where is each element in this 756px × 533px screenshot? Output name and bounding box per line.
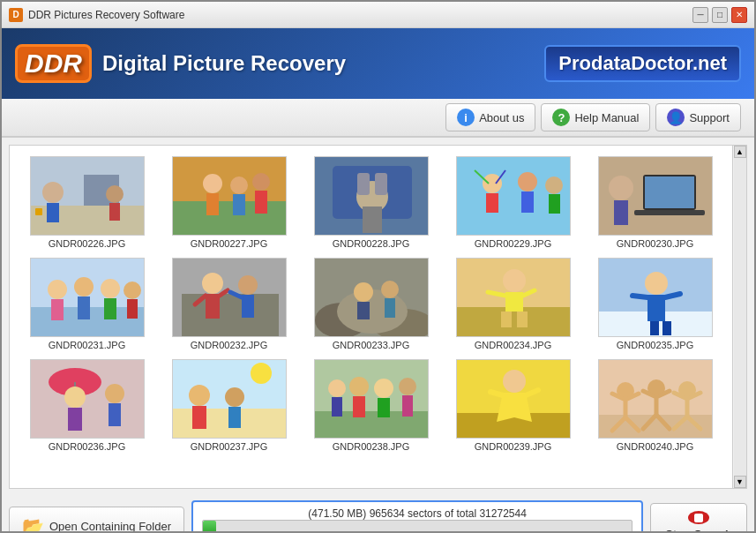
svg-rect-56 xyxy=(357,302,370,319)
svg-rect-46 xyxy=(182,294,279,336)
svg-point-83 xyxy=(225,387,244,407)
svg-rect-90 xyxy=(353,396,365,417)
maximize-button[interactable]: □ xyxy=(712,7,728,23)
photo-label: GNDR00233.JPG xyxy=(333,340,409,350)
support-button[interactable]: 👤 Support xyxy=(655,103,741,131)
svg-rect-40 xyxy=(78,297,90,319)
photo-item[interactable]: GNDR00232.JPG xyxy=(162,258,296,350)
photo-item[interactable]: GNDR00237.JPG xyxy=(162,359,296,452)
photo-item[interactable]: GNDR00238.JPG xyxy=(304,359,438,452)
photo-item[interactable]: GNDR00231.JPG xyxy=(20,258,153,350)
photo-thumbnail xyxy=(172,258,287,337)
minimize-button[interactable]: ─ xyxy=(692,7,708,23)
photo-thumbnail xyxy=(598,359,713,439)
photo-thumbnail xyxy=(456,359,571,439)
svg-rect-5 xyxy=(35,208,42,215)
photo-label: GNDR00234.JPG xyxy=(475,340,551,350)
svg-point-27 xyxy=(545,176,563,194)
photo-thumbnail xyxy=(30,359,145,439)
photo-label: GNDR00239.JPG xyxy=(475,441,551,452)
photo-thumbnail xyxy=(456,156,571,236)
svg-point-12 xyxy=(230,176,248,194)
svg-rect-64 xyxy=(517,312,528,327)
svg-rect-63 xyxy=(501,312,512,327)
photo-thumbnail xyxy=(314,258,429,337)
scroll-up-arrow[interactable]: ▲ xyxy=(734,146,746,158)
title-bar: D DDR Pictures Recovery Software ─ □ ✕ xyxy=(2,2,754,28)
nav-bar: i About us ? Help Manual 👤 Support xyxy=(2,99,754,138)
svg-point-80 xyxy=(251,363,272,384)
logo-box: DDR xyxy=(15,44,92,83)
svg-point-43 xyxy=(124,282,141,299)
svg-rect-88 xyxy=(332,397,342,417)
folder-icon: 📂 xyxy=(22,515,44,533)
svg-rect-77 xyxy=(109,403,121,426)
svg-point-93 xyxy=(399,378,416,395)
svg-point-74 xyxy=(64,387,86,408)
photo-item[interactable]: GNDR00227.JPG xyxy=(162,156,296,249)
photo-thumbnail xyxy=(314,156,429,236)
open-folder-button[interactable]: 📂 Open Containing Folder xyxy=(9,507,184,533)
svg-rect-62 xyxy=(505,292,523,312)
svg-rect-28 xyxy=(549,194,560,214)
svg-point-61 xyxy=(503,269,526,292)
stop-icon xyxy=(688,511,709,524)
photo-item[interactable]: GNDR00228.JPG xyxy=(304,156,438,249)
status-panel: 📂 Open Containing Folder (471.50 MB) 965… xyxy=(9,496,747,533)
photo-item[interactable]: GNDR00234.JPG xyxy=(446,258,580,350)
svg-point-39 xyxy=(74,277,94,297)
photo-item[interactable]: GNDR00240.JPG xyxy=(588,359,722,452)
photo-grid: GNDR00226.JPG GNDR00227.JPG GNDR00228.JP… xyxy=(10,146,746,462)
photo-thumbnail xyxy=(172,156,287,236)
svg-point-14 xyxy=(252,173,270,191)
person-icon: 👤 xyxy=(667,109,685,126)
photo-thumbnail xyxy=(598,156,713,236)
svg-point-97 xyxy=(503,370,526,393)
app-title: Digital Picture Recovery xyxy=(102,51,346,76)
svg-rect-4 xyxy=(47,203,59,222)
photo-item[interactable]: GNDR00229.JPG xyxy=(446,156,580,249)
logo-text: DDR xyxy=(25,50,82,77)
svg-rect-48 xyxy=(206,294,220,319)
svg-point-41 xyxy=(101,279,120,298)
about-button[interactable]: i About us xyxy=(445,103,535,131)
help-button[interactable]: ? Help Manual xyxy=(541,103,650,131)
photo-thumbnail xyxy=(598,258,713,337)
photo-item[interactable]: GNDR00236.JPG xyxy=(20,359,153,452)
scroll-down-arrow[interactable]: ▼ xyxy=(734,476,746,488)
photo-grid-container: GNDR00226.JPG GNDR00227.JPG GNDR00228.JP… xyxy=(9,145,747,489)
photo-label: GNDR00230.JPG xyxy=(617,238,693,249)
scroll-track[interactable] xyxy=(734,158,746,476)
svg-rect-7 xyxy=(109,203,120,221)
svg-rect-68 xyxy=(647,295,665,321)
photo-item[interactable]: GNDR00239.JPG xyxy=(446,359,580,452)
photo-thumbnail xyxy=(172,359,287,439)
svg-point-57 xyxy=(381,281,399,298)
svg-rect-13 xyxy=(233,194,245,215)
photo-thumbnail xyxy=(30,258,145,337)
photo-item[interactable]: GNDR00226.JPG xyxy=(20,156,153,249)
svg-point-87 xyxy=(328,379,346,397)
close-button[interactable]: ✕ xyxy=(731,7,747,23)
svg-rect-31 xyxy=(645,176,694,208)
svg-point-10 xyxy=(203,174,222,193)
photo-label: GNDR00232.JPG xyxy=(191,340,267,350)
svg-rect-19 xyxy=(363,206,382,233)
photo-label: GNDR00227.JPG xyxy=(191,238,267,249)
photo-label: GNDR00231.JPG xyxy=(49,340,125,350)
photo-label: GNDR00229.JPG xyxy=(475,238,551,249)
progress-panel: (471.50 MB) 965634 sectors of total 3127… xyxy=(191,500,643,533)
svg-point-49 xyxy=(238,275,258,295)
svg-rect-20 xyxy=(357,173,370,195)
scrollbar[interactable]: ▲ ▼ xyxy=(732,146,746,488)
svg-rect-69 xyxy=(650,321,659,335)
photo-item[interactable]: GNDR00235.JPG xyxy=(588,258,722,350)
stop-search-button[interactable]: Stop Search xyxy=(650,503,747,533)
photo-label: GNDR00235.JPG xyxy=(617,340,693,350)
svg-rect-38 xyxy=(51,299,64,320)
photo-label: GNDR00237.JPG xyxy=(191,441,267,452)
svg-point-33 xyxy=(609,176,633,200)
photo-item[interactable]: GNDR00233.JPG xyxy=(304,258,438,350)
photo-item[interactable]: GNDR00230.JPG xyxy=(588,156,722,249)
svg-point-81 xyxy=(189,385,210,406)
